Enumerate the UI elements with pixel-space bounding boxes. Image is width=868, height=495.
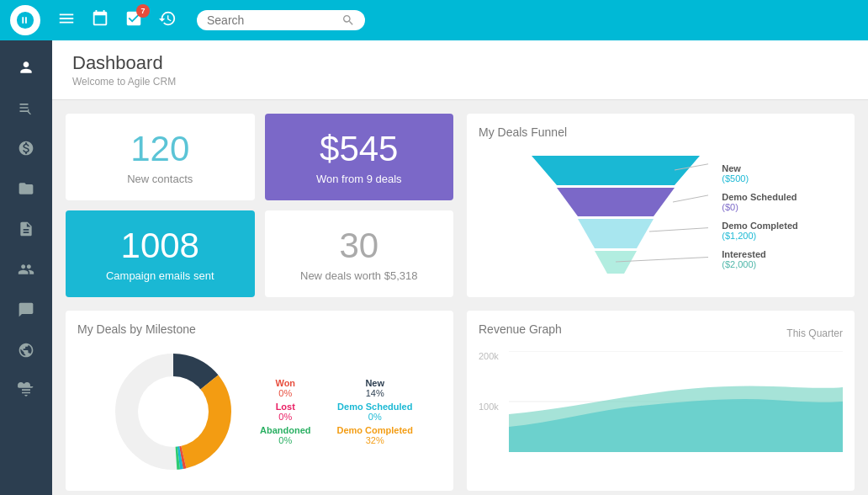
funnel-container: New ($500) Demo Scheduled ($0) Demo Comp… xyxy=(479,147,843,285)
sidebar-item-folder[interactable] xyxy=(6,172,46,205)
revenue-chart xyxy=(509,351,843,452)
stat-won-deals[interactable]: $545 Won from 9 deals xyxy=(265,114,454,200)
nav-calendar-icon[interactable] xyxy=(91,9,109,31)
topnav: 7 xyxy=(0,0,868,40)
main-layout: Dashboard Welcome to Agile CRM 120 New c… xyxy=(0,40,868,495)
revenue-section: Revenue Graph This Quarter 200k 100k xyxy=(467,311,855,491)
page-title: Dashboard xyxy=(72,52,848,74)
svg-line-7 xyxy=(649,227,708,232)
milestone-lost: Lost 0% xyxy=(247,402,323,422)
stats-section: 120 New contacts $545 Won from 9 deals 1… xyxy=(66,114,453,297)
nav-history-icon[interactable] xyxy=(158,9,177,31)
milestone-legend: Won 0% New 14% Lost 0% Demo Scheduled xyxy=(247,378,413,445)
sidebar xyxy=(0,40,52,495)
nav-tasks-icon[interactable]: 7 xyxy=(124,9,143,31)
sidebar-item-revenue[interactable] xyxy=(6,131,46,165)
milestone-abandoned: Abandoned 0% xyxy=(247,425,323,445)
svg-marker-2 xyxy=(557,188,675,216)
milestone-title: My Deals by Milestone xyxy=(77,322,442,336)
sidebar-item-chat[interactable] xyxy=(6,293,46,327)
nav-list-icon[interactable] xyxy=(57,9,76,31)
nav-icons: 7 xyxy=(57,9,177,31)
svg-point-15 xyxy=(138,376,209,447)
campaign-emails-number: 1008 xyxy=(121,226,199,266)
stat-campaign-emails[interactable]: 1008 Campaign emails sent xyxy=(66,210,255,297)
search-bar[interactable] xyxy=(197,10,365,30)
milestone-donut xyxy=(106,344,241,479)
svg-marker-4 xyxy=(595,251,637,274)
milestone-demo-scheduled: Demo Scheduled 0% xyxy=(337,402,413,422)
dashboard-body: 120 New contacts $545 Won from 9 deals 1… xyxy=(52,100,868,495)
revenue-title: Revenue Graph xyxy=(479,322,562,336)
content-area: Dashboard Welcome to Agile CRM 120 New c… xyxy=(52,40,868,495)
revenue-y-100k: 100k xyxy=(479,402,499,412)
revenue-header: Revenue Graph This Quarter xyxy=(479,322,843,344)
won-deals-label: Won from 9 deals xyxy=(316,173,402,185)
sidebar-item-team[interactable] xyxy=(6,253,46,286)
new-deals-number: 30 xyxy=(339,226,378,266)
funnel-legend-interested: Interested ($2,000) xyxy=(722,249,797,269)
funnel-title: My Deals Funnel xyxy=(479,125,843,139)
svg-line-6 xyxy=(673,194,708,202)
svg-marker-1 xyxy=(532,156,700,185)
milestone-section: My Deals by Milestone xyxy=(66,311,453,491)
new-contacts-number: 120 xyxy=(130,129,189,169)
page-subtitle: Welcome to Agile CRM xyxy=(72,76,848,88)
svg-marker-3 xyxy=(578,219,654,248)
app-logo[interactable] xyxy=(10,5,40,35)
milestone-inner: Won 0% New 14% Lost 0% Demo Scheduled xyxy=(77,344,442,479)
sidebar-item-contacts[interactable] xyxy=(6,51,46,84)
sidebar-item-globe[interactable] xyxy=(6,333,46,367)
milestone-demo-completed: Demo Completed 32% xyxy=(337,425,413,445)
search-input[interactable] xyxy=(207,13,341,27)
funnel-chart xyxy=(523,147,708,285)
funnel-legend-demo-completed: Demo Completed ($1,200) xyxy=(722,221,797,241)
funnel-section: My Deals Funnel xyxy=(467,114,855,297)
funnel-legend-demo-scheduled: Demo Scheduled ($0) xyxy=(722,192,797,212)
tasks-badge: 7 xyxy=(136,4,150,18)
revenue-y-200k: 200k xyxy=(479,351,499,361)
funnel-legend: New ($500) Demo Scheduled ($0) Demo Comp… xyxy=(722,163,797,269)
sidebar-item-notes[interactable] xyxy=(6,91,46,125)
sidebar-item-document[interactable] xyxy=(6,212,46,246)
stat-new-contacts[interactable]: 120 New contacts xyxy=(66,114,255,200)
funnel-legend-new: New ($500) xyxy=(722,163,797,184)
milestone-won: Won 0% xyxy=(247,378,323,398)
stat-new-deals[interactable]: 30 New deals worth $5,318 xyxy=(265,210,454,297)
search-icon xyxy=(341,13,355,27)
milestone-new: New 14% xyxy=(337,378,413,398)
new-contacts-label: New contacts xyxy=(127,173,193,185)
new-deals-label: New deals worth $5,318 xyxy=(300,269,417,282)
won-deals-number: $545 xyxy=(320,129,398,169)
campaign-emails-label: Campaign emails sent xyxy=(106,269,214,282)
sidebar-item-file[interactable] xyxy=(6,374,46,407)
page-header: Dashboard Welcome to Agile CRM xyxy=(52,40,868,100)
revenue-period: This Quarter xyxy=(786,327,843,339)
